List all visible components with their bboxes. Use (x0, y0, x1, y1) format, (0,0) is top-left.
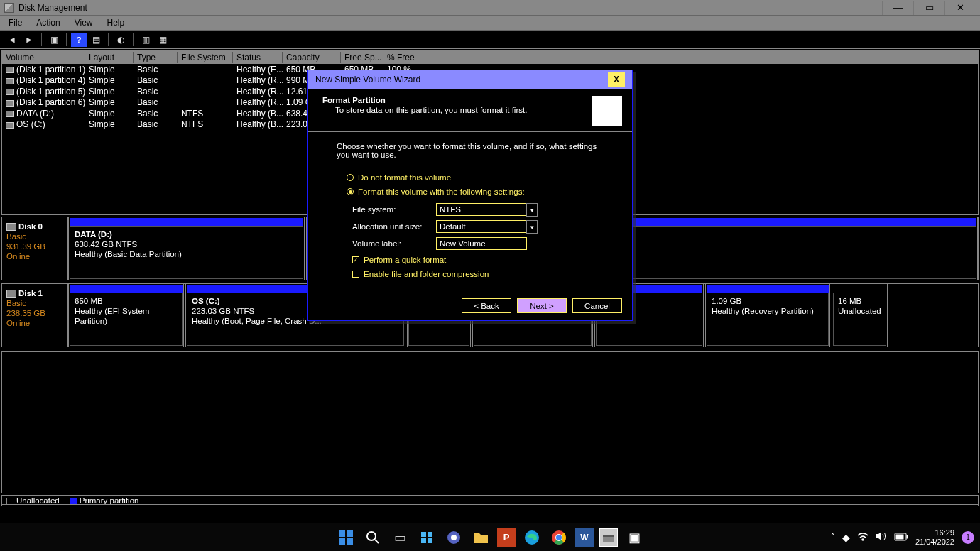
disk1-info[interactable]: Disk 1 Basic 238.35 GB Online (1, 283, 68, 347)
col-volume[interactable]: Volume (2, 52, 85, 63)
checkbox-quick-format[interactable]: Perform a quick format (352, 256, 611, 264)
svg-point-20 (862, 539, 864, 540)
col-pctfree[interactable]: % Free (383, 52, 440, 63)
partition[interactable]: 1.09 GBHealthy (Recovery Partition) (705, 284, 830, 347)
toolbar-separator (133, 33, 134, 46)
list-icon[interactable]: ▥ (138, 33, 153, 47)
menu-action[interactable]: Action (29, 16, 67, 30)
help-icon[interactable]: ? (71, 33, 87, 47)
minimize-button[interactable]: — (882, 1, 913, 15)
label-file-system: File system: (352, 205, 436, 214)
properties-icon[interactable]: ▤ (88, 33, 104, 47)
disk1-size: 238.35 GB (6, 308, 63, 318)
tray-chevron-icon[interactable]: ˄ (830, 532, 835, 543)
menu-view[interactable]: View (67, 16, 100, 30)
svg-point-4 (367, 532, 376, 540)
col-capacity[interactable]: Capacity (283, 52, 341, 63)
task-view-icon[interactable]: ▭ (389, 527, 410, 548)
explorer-icon[interactable] (470, 527, 491, 548)
partition-stripe (70, 218, 303, 226)
scan-icon[interactable]: ◐ (113, 33, 129, 47)
status-bar (0, 506, 980, 523)
app-title: Disk Management (18, 3, 87, 13)
dialog-heading: Format Partition (322, 96, 587, 104)
close-button[interactable]: ✕ (944, 1, 976, 15)
disk-icon (6, 223, 16, 231)
nav-back-icon[interactable]: ◄ (4, 33, 20, 47)
cancel-button[interactable]: Cancel (572, 298, 622, 313)
disk0-status: Online (6, 251, 63, 261)
menu-file[interactable]: File (1, 16, 29, 30)
disk0-type: Basic (6, 231, 63, 241)
widgets-icon[interactable] (416, 527, 437, 548)
tray-date: 21/04/2022 (915, 538, 954, 547)
back-button[interactable]: < Back (462, 298, 511, 313)
input-volume-label[interactable]: New Volume (436, 237, 527, 250)
checkbox-icon (352, 256, 359, 263)
partition[interactable]: 650 MBHealthy (EFI System Partition) (68, 284, 184, 347)
tray-clock[interactable]: 16:29 21/04/2022 (915, 528, 954, 547)
partition[interactable]: 16 MBUnallocated (832, 284, 888, 347)
col-filesystem[interactable]: File System (178, 52, 233, 63)
start-icon[interactable] (335, 527, 356, 548)
chrome-icon[interactable] (548, 527, 570, 548)
row-file-system: File system: NTFS (352, 203, 611, 216)
svg-rect-23 (896, 535, 903, 539)
window-buttons: — ▭ ✕ (882, 1, 976, 15)
tray-time: 16:29 (915, 528, 954, 538)
photos-icon[interactable]: ▣ (624, 527, 645, 548)
toolbar: ◄ ► ▣ ? ▤ ◐ ▥ ▦ (0, 31, 980, 49)
maximize-button[interactable]: ▭ (913, 1, 944, 15)
titlebar: Disk Management — ▭ ✕ (0, 0, 980, 15)
svg-rect-2 (339, 538, 345, 545)
tray-security-icon[interactable]: ◆ (842, 532, 850, 543)
checkbox-compression[interactable]: Enable file and folder compression (352, 270, 611, 278)
svg-point-11 (451, 535, 457, 540)
col-freespace[interactable]: Free Sp... (341, 52, 383, 63)
dialog-title: New Simple Volume Wizard (315, 75, 420, 84)
radio-do-not-format[interactable]: Do not format this volume (347, 173, 611, 182)
refresh-icon[interactable]: ▣ (46, 33, 62, 47)
word-icon[interactable]: W (575, 528, 594, 547)
next-button[interactable]: Next > (517, 298, 567, 313)
toolbar-separator (41, 33, 42, 46)
partition-body: DATA (D:) 638.42 GB NTFS Healthy (Basic … (70, 226, 303, 279)
label-allocation-unit: Allocation unit size: (352, 222, 436, 231)
col-layout[interactable]: Layout (85, 52, 134, 63)
nav-forward-icon[interactable]: ► (21, 33, 37, 47)
partition-data-d[interactable]: DATA (D:) 638.42 GB NTFS Healthy (Basic … (68, 217, 305, 280)
detail-icon[interactable]: ▦ (155, 33, 170, 47)
disk0-info[interactable]: Disk 0 Basic 931.39 GB Online (1, 217, 68, 280)
wifi-icon[interactable] (857, 532, 869, 543)
partition-title: DATA (D:) (75, 229, 298, 239)
radio-icon (347, 188, 354, 195)
dialog-subheading: To store data on this partition, you mus… (322, 106, 587, 114)
disk-icon (6, 290, 16, 298)
radio-format-with-settings[interactable]: Format this volume with the following se… (347, 187, 611, 196)
dialog-close-button[interactable]: X (608, 72, 625, 87)
powerpoint-icon[interactable]: P (497, 528, 516, 547)
menubar: File Action View Help (0, 15, 980, 31)
toolbar-separator (108, 33, 109, 46)
battery-icon[interactable] (894, 532, 908, 543)
combo-allocation-unit[interactable]: Default (436, 220, 527, 233)
toolbar-separator (66, 33, 67, 46)
svg-line-5 (375, 540, 379, 543)
volume-icon[interactable] (876, 531, 887, 543)
combo-file-system[interactable]: NTFS (436, 203, 527, 216)
dialog-titlebar[interactable]: New Simple Volume Wizard X (308, 70, 632, 89)
svg-rect-22 (907, 535, 908, 538)
notifications-icon[interactable]: 1 (962, 531, 974, 544)
col-type[interactable]: Type (134, 52, 178, 63)
dialog-header-icon (592, 96, 622, 126)
menu-help[interactable]: Help (100, 16, 132, 30)
partition-health: Healthy (Basic Data Partition) (75, 249, 298, 259)
partition-sub: 638.42 GB NTFS (75, 239, 298, 249)
svg-rect-6 (421, 532, 426, 537)
edge-icon[interactable] (521, 527, 543, 548)
diskmgmt-icon[interactable] (599, 528, 618, 547)
teams-icon[interactable] (443, 527, 464, 548)
search-icon[interactable] (362, 527, 383, 548)
svg-rect-8 (421, 538, 426, 543)
col-status[interactable]: Status (233, 52, 283, 63)
